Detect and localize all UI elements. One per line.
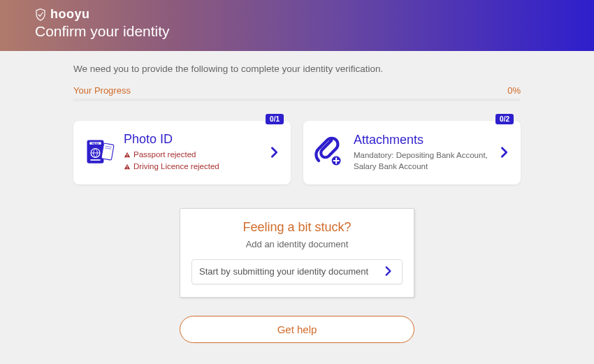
shield-icon	[35, 8, 46, 21]
svg-rect-5	[90, 159, 101, 161]
photo-id-card[interactable]: 0/1 PASS Photo ID	[73, 121, 291, 184]
chevron-right-icon	[268, 146, 281, 159]
main-content: We need you to provide the following to …	[73, 51, 521, 343]
page-title: Confirm your identity	[35, 23, 559, 40]
alert-icon	[124, 152, 131, 159]
svg-text:PASS: PASS	[92, 143, 99, 145]
stuck-title: Feeling a bit stuck?	[191, 220, 403, 235]
progress-bar	[73, 99, 521, 101]
svg-rect-11	[127, 166, 128, 168]
chevron-right-icon	[382, 265, 395, 278]
photo-id-error-2: Driving Licence rejected	[124, 161, 260, 173]
stuck-box: Feeling a bit stuck? Add an identity doc…	[180, 208, 414, 298]
svg-rect-10	[127, 156, 128, 156]
get-help-label: Get help	[277, 323, 317, 335]
progress-row: Your Progress 0%	[73, 85, 521, 96]
attachments-badge: 0/2	[495, 114, 514, 124]
chevron-right-icon	[498, 146, 511, 159]
progress-label: Your Progress	[73, 85, 131, 96]
cards-row: 0/1 PASS Photo ID	[73, 121, 521, 184]
logo: hooyu	[35, 7, 559, 22]
instruction-text: We need you to provide the following to …	[73, 64, 521, 74]
svg-rect-12	[127, 168, 128, 169]
submit-identity-button[interactable]: Start by submitting your identity docume…	[191, 259, 403, 284]
photo-id-badge: 0/1	[266, 114, 284, 124]
attachments-title: Attachments	[354, 133, 490, 147]
alert-icon	[124, 163, 131, 170]
stuck-subtitle: Add an identity document	[191, 239, 403, 249]
error-text: Passport rejected	[133, 149, 196, 161]
get-help-button[interactable]: Get help	[180, 316, 414, 343]
attachments-body: Attachments Mandatory: Depositing Bank A…	[354, 133, 490, 172]
photo-id-error-1: Passport rejected	[124, 149, 260, 161]
svg-rect-6	[101, 143, 114, 160]
header: hooyu Confirm your identity	[0, 0, 594, 51]
attachments-card[interactable]: 0/2 Attachments Mandatory: Depositing Ba…	[303, 121, 521, 184]
attachments-desc: Mandatory: Depositing Bank Account, Sala…	[354, 150, 490, 172]
paperclip-icon	[313, 136, 345, 168]
passport-icon: PASS	[83, 136, 115, 168]
photo-id-body: Photo ID Passport rejected Driving Licen…	[124, 132, 260, 173]
submit-identity-label: Start by submitting your identity docume…	[199, 266, 368, 277]
error-text: Driving Licence rejected	[133, 161, 219, 173]
progress-value: 0%	[507, 85, 521, 96]
photo-id-title: Photo ID	[124, 132, 260, 147]
svg-rect-9	[127, 154, 128, 156]
brand-name: hooyu	[50, 7, 90, 22]
